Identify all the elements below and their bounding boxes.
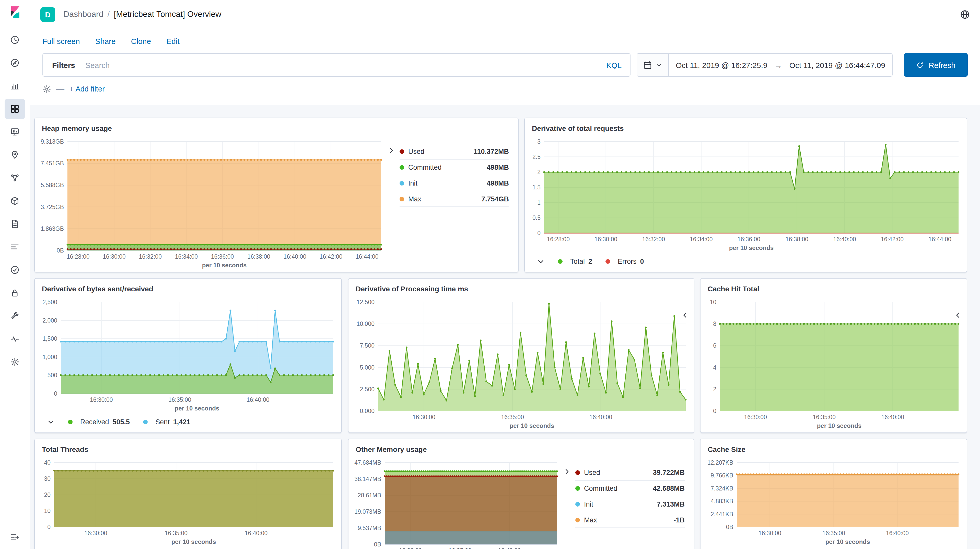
svg-text:per 10 seconds: per 10 seconds: [175, 405, 220, 412]
panel-title[interactable]: Derivative of total requests: [525, 118, 967, 132]
panel-title[interactable]: Other Memory usage: [348, 439, 694, 453]
sidebar-item-maps[interactable]: [5, 145, 25, 165]
svg-text:16:30:00: 16:30:00: [744, 414, 767, 420]
svg-text:16:40:00: 16:40:00: [833, 236, 856, 243]
svg-text:19.073MB: 19.073MB: [354, 508, 381, 515]
panel-title[interactable]: Cache Hit Total: [700, 279, 967, 293]
svg-text:0B: 0B: [726, 524, 733, 530]
date-from[interactable]: Oct 11, 2019 @ 16:27:25.9: [668, 61, 775, 69]
svg-text:16:30:00: 16:30:00: [399, 547, 422, 549]
clone-button[interactable]: Clone: [131, 37, 151, 45]
legend-item-sent[interactable]: Sent1,421: [143, 418, 190, 426]
legend-item-total[interactable]: Total2: [558, 257, 592, 265]
chart-svg: 32.521.510.5016:28:0016:30:0016:32:0016:…: [527, 136, 965, 252]
share-button[interactable]: Share: [95, 37, 116, 45]
panel-title[interactable]: Derivative of bytes sent/received: [35, 279, 341, 293]
legend-toggle-button[interactable]: [47, 418, 55, 426]
svg-text:8: 8: [713, 321, 716, 327]
sidebar-item-discover[interactable]: [5, 53, 25, 73]
filters-button[interactable]: Filters: [43, 61, 84, 69]
filter-settings-gear-icon[interactable]: [42, 85, 51, 93]
series-color-dot: [575, 502, 580, 506]
kibana-logo-icon: [8, 5, 22, 19]
series-color-dot: [575, 470, 580, 475]
refresh-button[interactable]: Refresh: [904, 53, 968, 77]
sidebar-item-visualize[interactable]: [5, 76, 25, 96]
sidebar-item-recently-viewed[interactable]: [5, 30, 25, 50]
processing-time-chart[interactable]: 12.50010.0007.5005.0002.5000.00016:30:00…: [350, 297, 692, 431]
legend-toggle-button[interactable]: [563, 464, 575, 549]
legend-row-max[interactable]: Max7.754GB: [399, 191, 509, 207]
space-badge[interactable]: D: [40, 7, 55, 22]
svg-text:16:40:00: 16:40:00: [886, 530, 909, 536]
svg-text:2.500: 2.500: [360, 386, 374, 393]
total-requests-chart[interactable]: 32.521.510.5016:28:0016:30:0016:32:0016:…: [527, 136, 965, 252]
legend-item-received[interactable]: Received505.5: [68, 418, 130, 426]
legend-area: Received505.5Sent1,421: [37, 413, 339, 431]
svg-text:per 10 seconds: per 10 seconds: [817, 422, 862, 429]
svg-text:1,500: 1,500: [42, 335, 57, 342]
svg-text:7.500: 7.500: [360, 342, 374, 349]
series-color-dot: [68, 420, 73, 424]
total-threads-chart[interactable]: 40302010016:30:0016:35:0016:40:00per 10 …: [37, 458, 339, 546]
legend-row-committed[interactable]: Committed42.688MB: [575, 480, 685, 496]
sidebar-item-management[interactable]: [5, 352, 25, 372]
other-memory-chart[interactable]: 47.684MB38.147MB28.61MB19.073MB9.537MB0B…: [350, 458, 563, 549]
panel-title[interactable]: Heap memory usage: [35, 118, 518, 132]
sidebar-item-machine-learning[interactable]: [5, 168, 25, 188]
kql-button[interactable]: KQL: [598, 61, 630, 69]
svg-text:10.000: 10.000: [356, 321, 374, 327]
cache-hit-chart[interactable]: 108642016:30:0016:35:0016:40:00per 10 se…: [703, 297, 965, 431]
legend-row-used[interactable]: Used110.372MB: [399, 144, 509, 160]
sidebar-item-stack-monitoring[interactable]: [5, 329, 25, 349]
legend-toggle-button[interactable]: [954, 311, 962, 321]
legend-item-errors[interactable]: Errors0: [606, 257, 644, 265]
svg-text:16:38:00: 16:38:00: [786, 236, 808, 243]
edit-button[interactable]: Edit: [166, 37, 180, 45]
sidebar-item-canvas[interactable]: [5, 122, 25, 142]
legend-toggle-button[interactable]: [387, 144, 399, 270]
sidebar-item-dev-tools[interactable]: [5, 306, 25, 326]
sidebar-item-uptime[interactable]: [5, 260, 25, 280]
svg-text:9.537MB: 9.537MB: [358, 525, 381, 531]
legend-row-used[interactable]: Used39.722MB: [575, 464, 685, 480]
sidebar-item-apm[interactable]: [5, 237, 25, 257]
panel-title[interactable]: Cache Size: [700, 439, 967, 453]
svg-text:9.766KB: 9.766KB: [711, 472, 733, 479]
svg-text:2.441KB: 2.441KB: [711, 511, 733, 517]
svg-text:16:38:00: 16:38:00: [247, 253, 270, 260]
legend-toggle-button[interactable]: [681, 311, 689, 321]
legend-row-max[interactable]: Max-1B: [575, 512, 685, 528]
heap-memory-chart[interactable]: 9.313GB7.451GB5.588GB3.725GB1.863GB0B16:…: [37, 136, 387, 270]
series-color-dot: [575, 517, 580, 522]
series-color-dot: [399, 149, 404, 153]
legend-row-committed[interactable]: Committed498MB: [399, 160, 509, 176]
breadcrumb-dashboard-link[interactable]: Dashboard: [64, 10, 103, 19]
add-filter-button[interactable]: + Add filter: [70, 85, 105, 93]
help-icon[interactable]: [960, 10, 970, 19]
sidebar-item-siem[interactable]: [5, 282, 25, 303]
legend-toggle-button[interactable]: [537, 257, 545, 265]
panel-heap-memory-usage: Heap memory usage 9.313GB7.451GB5.588GB3…: [34, 118, 519, 273]
full-screen-button[interactable]: Full screen: [42, 37, 80, 45]
date-to[interactable]: Oct 11, 2019 @ 16:44:47.09: [782, 61, 892, 69]
panel-title[interactable]: Total Threads: [35, 439, 341, 453]
chart-svg: 47.684MB38.147MB28.61MB19.073MB9.537MB0B…: [350, 458, 563, 549]
breadcrumb-separator: /: [108, 10, 110, 19]
sidebar-item-infrastructure[interactable]: [5, 191, 25, 211]
bytes-sent-received-chart[interactable]: 2,5002,0001,5001,000500016:30:0016:35:00…: [37, 297, 339, 413]
chevron-down-icon: [537, 257, 545, 265]
date-picker-button[interactable]: [637, 54, 668, 76]
legend-row-init[interactable]: Init498MB: [399, 176, 509, 191]
sidebar-item-dashboard[interactable]: [5, 99, 25, 119]
uptime-icon: [10, 265, 19, 274]
cache-size-chart[interactable]: 12.207KB9.766KB7.324KB4.883KB2.441KB0B16…: [703, 458, 965, 546]
panel-cache-hit-total: Cache Hit Total 108642016:30:0016:35:001…: [700, 278, 967, 433]
panel-title[interactable]: Derivative of Processing time ms: [348, 279, 694, 293]
map-pin-icon: [10, 150, 19, 160]
legend-row-init[interactable]: Init7.313MB: [575, 496, 685, 512]
collapse-nav-icon[interactable]: [10, 533, 19, 544]
sidebar-item-logs[interactable]: [5, 214, 25, 234]
kibana-logo[interactable]: [8, 5, 22, 21]
search-input[interactable]: [84, 60, 598, 70]
